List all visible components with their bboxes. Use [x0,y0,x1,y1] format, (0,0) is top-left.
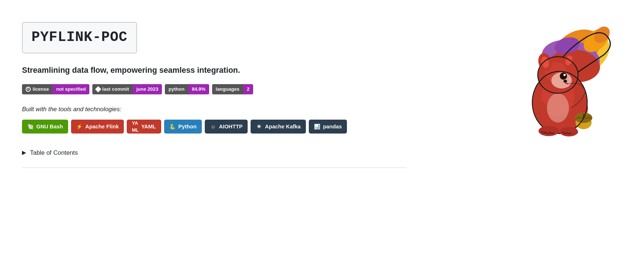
svg-point-31 [560,127,578,136]
yaml-icon: YAML [132,123,138,130]
repo-title: PYFLINK-POC [32,29,127,45]
commit-badge-right: june 2023 [133,84,162,94]
license-badge-left: © license [22,84,52,94]
tech-badge-gnu-bash[interactable]: 🐚 GNU Bash [22,120,68,134]
pandas-label: pandas [323,123,342,131]
aiohttp-label: AIOHTTP [219,123,243,131]
apache-kafka-label: Apache Kafka [265,123,300,131]
toc-triangle-icon: ▶ [22,149,26,157]
aiohttp-icon: ☺ [210,123,216,130]
tech-badges-row: 🐚 GNU Bash ⚡ Apache Flink YAML YAML 🐍 Py… [22,120,407,134]
last-commit-badge[interactable]: last commit june 2023 [92,84,162,94]
license-badge-right: not specified [52,84,89,94]
python-label: Python [178,123,197,131]
tech-badge-yaml[interactable]: YAML YAML [127,120,161,134]
tech-badge-python[interactable]: 🐍 Python [164,120,202,134]
python-badge[interactable]: python 84.9% [165,84,209,94]
apache-flink-icon: ⚡ [76,123,83,130]
yaml-label: YAML [141,123,156,131]
page-container: PYFLINK-POC Streamlining data flow, empo… [0,0,644,278]
tech-badge-apache-flink[interactable]: ⚡ Apache Flink [71,120,124,134]
squirrel-illustration [494,18,618,143]
tech-badge-apache-kafka[interactable]: ✳ Apache Kafka [251,120,306,134]
python-badge-left: python [165,84,188,94]
license-badge[interactable]: © license not specified [22,84,89,94]
tools-label: Built with the tools and technologies: [22,105,407,114]
svg-point-20 [563,80,567,83]
commit-icon [95,86,101,93]
svg-point-19 [564,74,566,75]
toc-section: ▶ Table of Contents [22,148,407,157]
python-badge-right: 84.9% [188,84,209,94]
apache-kafka-icon: ✳ [256,123,262,130]
commit-badge-left: last commit [92,84,133,94]
repo-title-box: PYFLINK-POC [22,22,137,53]
page-divider [22,168,407,168]
svg-point-17 [560,73,566,79]
languages-badge-left: languages [212,84,243,94]
badges-row: © license not specified last commit june… [22,84,407,94]
tech-badge-pandas[interactable]: 📊 pandas [309,120,347,134]
tech-badge-aiohttp[interactable]: ☺ AIOHTTP [205,120,248,134]
gnu-bash-icon: 🐚 [27,123,34,130]
license-icon: © [26,87,31,92]
languages-badge-right: 2 [243,84,253,94]
tagline: Streamlining data flow, empowering seaml… [22,64,407,76]
apache-flink-label: Apache Flink [85,123,119,131]
squirrel-container [490,15,622,143]
python-icon: 🐍 [169,123,176,130]
svg-point-27 [547,93,569,123]
toc-label: Table of Contents [30,148,78,157]
toc-toggle[interactable]: ▶ Table of Contents [22,148,407,157]
pandas-icon: 📊 [314,123,321,130]
languages-badge[interactable]: languages 2 [212,84,253,94]
gnu-bash-label: GNU Bash [36,123,63,131]
content-left: PYFLINK-POC Streamlining data flow, empo… [22,15,407,168]
